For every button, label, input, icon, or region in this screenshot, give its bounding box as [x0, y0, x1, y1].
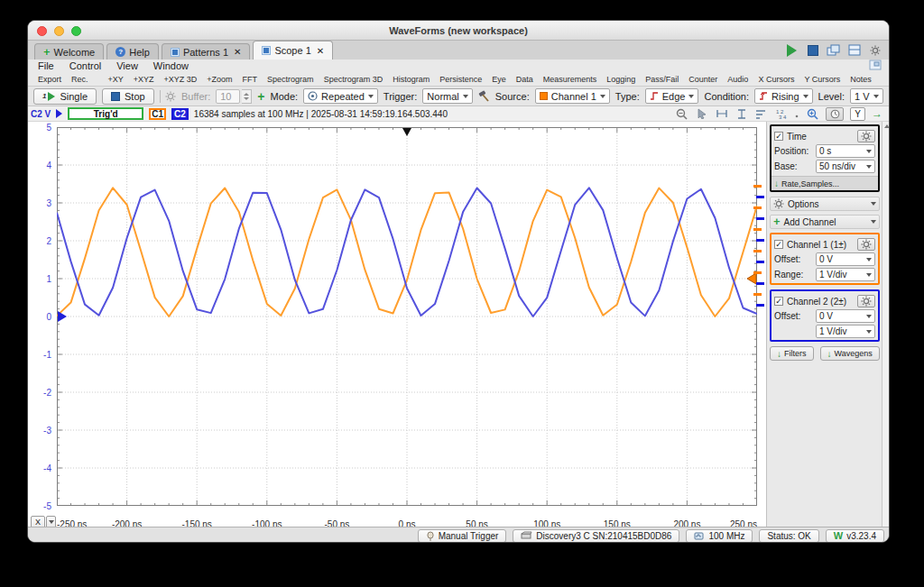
view-data[interactable]: Data [516, 75, 533, 84]
tile-windows-button[interactable] [846, 43, 862, 57]
run-all-button[interactable] [784, 43, 799, 57]
pointer-mode-button[interactable] [695, 107, 708, 120]
trigger-select[interactable]: Normal [422, 88, 472, 104]
trigger-value: Normal [427, 91, 458, 102]
channel2-range-select[interactable]: 1 V/div [816, 325, 875, 338]
device-button[interactable]: Discovery3 C SN:210415BD0D86 [513, 529, 679, 543]
view-pass-fail[interactable]: Pass/Fail [645, 75, 679, 84]
channel-marker-strip [753, 122, 766, 527]
add-acquisition-button[interactable]: + [257, 89, 264, 104]
tab-close-icon[interactable]: ✕ [317, 46, 324, 56]
more-tools-button[interactable] [794, 107, 799, 120]
type-select[interactable]: Edge [645, 88, 699, 104]
single-button[interactable]: 1 Single [33, 88, 97, 105]
minimize-window-button[interactable] [54, 26, 64, 36]
view-eye[interactable]: Eye [492, 75, 506, 84]
rate-samples-button[interactable]: ↓ Rate,Samples... [772, 176, 878, 190]
view-measurements[interactable]: Measurements [543, 75, 597, 84]
channel2-offset-select[interactable]: 0 V [816, 309, 875, 323]
channel2-checkbox[interactable]: ✓ [774, 297, 783, 306]
device-label: Discovery3 C SN:210415BD0D86 [536, 531, 671, 541]
menu-file[interactable]: File [38, 60, 54, 71]
frequency-button[interactable]: 100 MHz [686, 529, 753, 543]
menu-window[interactable]: Window [153, 60, 189, 71]
version-button[interactable]: W v3.23.4 [826, 529, 884, 543]
close-window-button[interactable] [37, 26, 47, 36]
manual-trigger-icon-button[interactable] [478, 90, 490, 103]
base-select[interactable]: 50 ns/div [816, 160, 875, 173]
channel1-checkbox[interactable]: ✓ [774, 240, 783, 249]
dock-window-button[interactable] [869, 60, 882, 72]
view-fft[interactable]: FFT [243, 75, 258, 84]
view--xyz[interactable]: +XYZ [134, 75, 154, 84]
mode-select[interactable]: Repeated [303, 88, 378, 104]
channel-order-button[interactable]: 1 23 4 [774, 107, 788, 120]
zoom-fit-button[interactable] [675, 107, 688, 120]
view-audio[interactable]: Audio [727, 75, 748, 84]
channel1-gear-button[interactable] [857, 238, 875, 251]
horizontal-measure-button[interactable] [715, 107, 728, 120]
view-spectrogram-3d[interactable]: Spectrogram 3D [324, 75, 383, 84]
time-gear-button[interactable] [857, 130, 875, 142]
clock-icon [830, 109, 840, 119]
view-x-cursors[interactable]: X Cursors [758, 75, 794, 84]
workspace-settings-button[interactable] [867, 43, 882, 57]
view-counter[interactable]: Counter [688, 75, 717, 84]
tab-help[interactable]: ?Help [106, 43, 159, 60]
vertical-measure-button[interactable] [735, 107, 748, 120]
options-bar[interactable]: Options [770, 197, 880, 211]
buffer-stepper[interactable] [242, 89, 252, 104]
view-persistence[interactable]: Persistence [439, 75, 482, 84]
tab-close-icon[interactable]: ✕ [234, 47, 241, 57]
zoom-window-button[interactable] [71, 26, 81, 36]
stop-all-button[interactable] [805, 43, 820, 57]
tab-welcome[interactable]: +Welcome [34, 43, 104, 60]
cascade-windows-button[interactable] [826, 43, 841, 57]
manual-trigger-button[interactable]: Manual Trigger [418, 529, 507, 543]
channel2-title: Channel 2 (2±) [787, 297, 846, 307]
menu-control[interactable]: Control [69, 60, 101, 71]
channel1-badge[interactable]: C1 [149, 108, 166, 120]
tab-scope-1[interactable]: Scope 1✕ [253, 41, 333, 60]
view-logging[interactable]: Logging [606, 75, 635, 84]
tab-patterns-1[interactable]: Patterns 1✕ [162, 43, 251, 60]
view-export[interactable]: Export [38, 75, 61, 84]
wavegens-button[interactable]: ↓ Wavegens [820, 346, 880, 361]
view--xy[interactable]: +XY [108, 75, 124, 84]
condition-value: Rising [772, 91, 799, 102]
menu-view[interactable]: View [116, 60, 138, 71]
channel1-range-select[interactable]: 1 V/div [816, 268, 875, 281]
position-select[interactable]: 0 s [816, 144, 875, 158]
position-label: Position: [774, 146, 808, 156]
filters-button[interactable]: ↓ Filters [770, 346, 814, 361]
view-histogram[interactable]: Histogram [393, 75, 430, 84]
y-axis-button[interactable]: Y [850, 107, 865, 121]
add-channel-bar[interactable]: + Add Channel [770, 215, 880, 229]
channel2-marker-dash [756, 217, 764, 220]
channel2-badge[interactable]: C2 [171, 108, 189, 120]
levels-button[interactable] [754, 107, 768, 120]
view--zoom[interactable]: +Zoom [207, 75, 232, 84]
channel1-offset-select[interactable]: 0 V [816, 252, 875, 266]
view--xyz-3d[interactable]: +XYZ 3D [164, 75, 198, 84]
oscilloscope-plot[interactable] [57, 127, 757, 506]
channel2-gear-button[interactable] [857, 295, 875, 307]
time-options-button[interactable] [826, 107, 844, 121]
buffer-label: Buffer: [181, 91, 210, 102]
buffer-input[interactable]: 10 [216, 89, 240, 104]
y-axis-channel-label[interactable]: C2 V [31, 109, 51, 119]
view-spectrogram[interactable]: Spectrogram [267, 75, 314, 84]
detach-panel-arrow-icon[interactable]: → [872, 107, 882, 120]
view-notes[interactable]: Notes [850, 75, 872, 84]
view-rec-[interactable]: Rec. [71, 75, 88, 84]
zoom-in-button[interactable] [806, 107, 819, 120]
level-input[interactable]: 1 V [850, 88, 883, 104]
time-checkbox[interactable]: ✓ [774, 132, 783, 141]
source-select[interactable]: Channel 1 [535, 88, 610, 104]
stop-button[interactable]: Stop [102, 88, 154, 105]
tab-label: Welcome [54, 47, 96, 58]
status-button[interactable]: Status: OK [759, 529, 818, 543]
condition-select[interactable]: Rising [754, 88, 813, 104]
view-y-cursors[interactable]: Y Cursors [804, 75, 840, 84]
panel-scrollbar[interactable] [882, 122, 890, 527]
